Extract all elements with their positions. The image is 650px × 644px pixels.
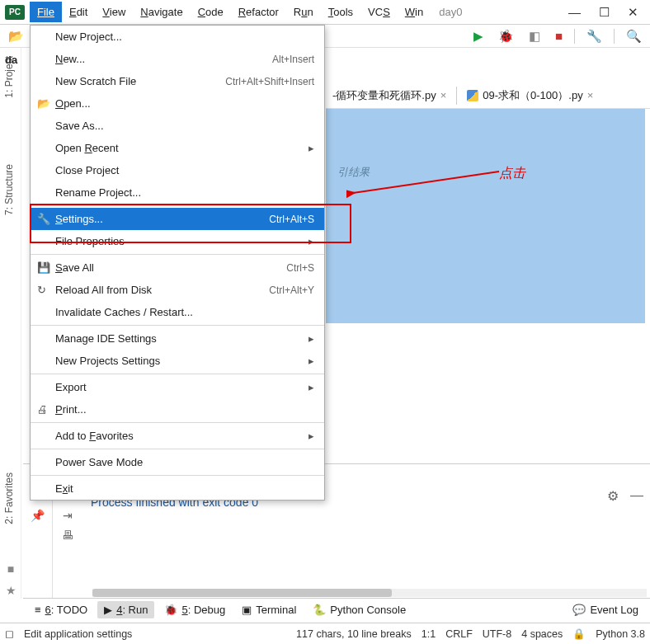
file-menu-manage-ide-settings[interactable]: Manage IDE Settings▸ <box>31 327 324 350</box>
tool-event-log[interactable]: 💬Event Log <box>566 601 645 618</box>
close-button[interactable]: ✕ <box>628 5 638 20</box>
pin-icon[interactable]: 📌 <box>31 509 45 522</box>
file-menu-settings[interactable]: 🔧Settings...Ctrl+Alt+S <box>31 208 324 230</box>
menu-label: New... <box>55 53 85 65</box>
stop-icon[interactable]: ■ <box>552 27 566 45</box>
menu-tools[interactable]: Tools <box>321 2 360 22</box>
menu-label: Open Recent <box>55 142 119 154</box>
file-menu-new-projects-settings[interactable]: New Projects Settings▸ <box>31 350 324 372</box>
statusbar: ◻ Edit application settings 117 chars, 1… <box>0 623 650 644</box>
menu-label: Close Project <box>55 164 119 176</box>
file-menu-open[interactable]: 📂Open... <box>31 92 324 115</box>
file-menu-new[interactable]: New...Alt+Insert <box>31 48 324 70</box>
menu-window[interactable]: Win <box>398 2 431 22</box>
status-indent[interactable]: 4 spaces <box>521 628 563 640</box>
sidebar-project[interactable]: 1: Project <box>0 48 18 106</box>
editor-tabs: -循环变量和死循环.py × 09-求和（0-100）.py × <box>326 82 650 109</box>
menu-navigate[interactable]: Navigate <box>133 2 190 22</box>
chevron-right-icon: ▸ <box>309 381 314 393</box>
status-line-ending[interactable]: CRLF <box>445 628 473 640</box>
wrap-icon[interactable]: ⇥ <box>63 509 73 522</box>
file-menu-save-as[interactable]: Save As... <box>31 115 324 137</box>
menu-icon: 📂 <box>37 97 50 110</box>
status-python[interactable]: Python 3.8 <box>596 628 645 640</box>
menu-label: New Project... <box>55 31 122 43</box>
menu-icon: ↻ <box>37 284 46 296</box>
gear-icon[interactable]: ⚙ <box>607 488 619 504</box>
file-menu-export[interactable]: Export▸ <box>31 376 324 398</box>
status-caret-pos[interactable]: 1:1 <box>422 628 436 640</box>
bookmark-icon[interactable]: ■ <box>7 562 14 576</box>
shortcut: Ctrl+Alt+Y <box>269 284 314 296</box>
file-menu-power-save-mode[interactable]: Power Save Mode <box>31 451 324 473</box>
menu-label: File Properties <box>55 235 125 247</box>
annotation-text: 点击 <box>499 165 525 182</box>
run-panel-controls: ⚙ — <box>607 488 643 504</box>
menu-file[interactable]: File <box>30 2 62 22</box>
menu-vcs[interactable]: VCS <box>360 2 398 22</box>
file-menu-add-to-favorites[interactable]: Add to Favorites▸ <box>31 425 324 447</box>
debug-icon[interactable]: 🐞 <box>495 27 517 45</box>
file-menu-reload-all-from-disk[interactable]: ↻Reload All from DiskCtrl+Alt+Y <box>31 279 324 301</box>
chevron-right-icon: ▸ <box>309 332 314 345</box>
close-icon[interactable]: × <box>440 89 447 101</box>
minimize-panel-icon[interactable]: — <box>630 488 643 504</box>
run-icon[interactable]: ▶ <box>470 27 487 45</box>
menu-label: Open... <box>55 97 91 110</box>
tool-label: 6: TODO <box>45 604 88 616</box>
shortcut: Ctrl+S <box>286 262 314 274</box>
editor-area[interactable]: 引结果 <box>326 109 645 323</box>
file-menu-new-scratch-file[interactable]: New Scratch FileCtrl+Alt+Shift+Insert <box>31 70 324 92</box>
open-icon[interactable]: 📂 <box>5 27 27 45</box>
file-menu-invalidate-caches-restart[interactable]: Invalidate Caches / Restart... <box>31 301 324 323</box>
tool-python-console[interactable]: 🐍Python Console <box>306 601 412 618</box>
status-square-icon[interactable]: ◻ <box>5 628 14 640</box>
file-menu-new-project[interactable]: New Project... <box>31 26 324 48</box>
status-encoding[interactable]: UTF-8 <box>483 628 511 640</box>
tool-debug[interactable]: 🐞5: Debug <box>158 601 232 618</box>
menu-view[interactable]: View <box>95 2 133 22</box>
maximize-button[interactable]: ☐ <box>599 5 610 20</box>
tool-todo[interactable]: ≡6: TODO <box>28 601 94 618</box>
menu-code[interactable]: Code <box>191 2 231 22</box>
menu-label: New Scratch File <box>55 75 136 87</box>
menu-refactor[interactable]: Refactor <box>231 2 286 22</box>
wrench-icon[interactable]: 🔧 <box>583 27 605 45</box>
file-menu-print[interactable]: 🖨Print... <box>31 398 324 421</box>
menu-run[interactable]: Run <box>286 2 321 22</box>
file-menu-exit[interactable]: Exit <box>31 477 324 500</box>
sidebar-favorites[interactable]: 2: Favorites <box>0 464 18 533</box>
file-menu-save-all[interactable]: 💾Save AllCtrl+S <box>31 256 324 279</box>
horizontal-scrollbar[interactable] <box>92 589 647 597</box>
tab-label: -循环变量和死循环.py <box>332 88 436 103</box>
search-icon[interactable]: 🔍 <box>623 27 645 45</box>
shortcut: Ctrl+Alt+Shift+Insert <box>225 76 314 87</box>
chevron-right-icon: ▸ <box>309 430 314 442</box>
file-menu-file-properties[interactable]: File Properties▸ <box>31 230 324 252</box>
tool-terminal[interactable]: ▣Terminal <box>235 601 303 618</box>
print-icon[interactable]: 🖶 <box>62 529 73 542</box>
close-icon[interactable]: × <box>587 89 594 101</box>
menu-label: Print... <box>55 403 87 416</box>
lock-icon[interactable]: 🔒 <box>572 628 586 640</box>
python-file-icon <box>467 90 478 101</box>
tool-label: Event Log <box>590 604 638 616</box>
menu-edit[interactable]: Edit <box>62 2 95 22</box>
tab-loop-var[interactable]: -循环变量和死循环.py × <box>326 84 453 107</box>
menu-label: Add to Favorites <box>55 430 134 442</box>
shortcut: Ctrl+Alt+S <box>269 214 314 225</box>
chevron-right-icon: ▸ <box>309 142 314 154</box>
minimize-button[interactable]: — <box>568 5 581 20</box>
tool-run[interactable]: ▶4: Run <box>97 601 154 618</box>
tool-label: 5: Debug <box>181 604 225 616</box>
file-menu-close-project[interactable]: Close Project <box>31 159 324 181</box>
tool-icon: ▣ <box>242 604 252 616</box>
status-message: Edit application settings <box>24 628 132 640</box>
tool-icon: 🐞 <box>164 604 177 616</box>
star-icon[interactable]: ★ <box>6 584 16 597</box>
file-menu-rename-project[interactable]: Rename Project... <box>31 181 324 204</box>
tab-sum[interactable]: 09-求和（0-100）.py × <box>460 84 600 107</box>
file-menu-open-recent[interactable]: Open Recent▸ <box>31 137 324 159</box>
sidebar-structure[interactable]: 7: Structure <box>0 156 18 223</box>
coverage-icon[interactable]: ◧ <box>525 27 544 45</box>
